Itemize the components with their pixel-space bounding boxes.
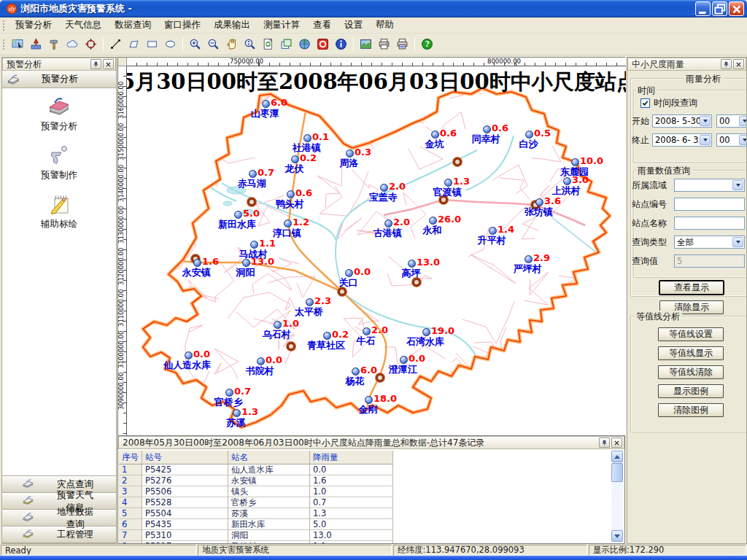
table-row[interactable]: 7P5310洞阳13.0 xyxy=(119,530,624,541)
menu-grip-handle[interactable] xyxy=(2,20,6,31)
close-icon[interactable] xyxy=(733,59,744,69)
menu-item-帮助[interactable]: 帮助 xyxy=(369,18,400,33)
hour-select[interactable]: 00 xyxy=(716,133,747,147)
table-row[interactable]: 8P5317马战村1.1 xyxy=(119,541,624,543)
chevron-down-icon[interactable] xyxy=(732,180,743,190)
table-row[interactable]: 5P5504苏溪1.3 xyxy=(119,508,624,519)
station-name: 金坑 xyxy=(425,138,444,151)
station-name: 官渡镇 xyxy=(433,186,462,199)
menu-item-查看[interactable]: 查看 xyxy=(306,18,338,33)
print-color-icon[interactable] xyxy=(393,35,411,53)
toolbar-grip-handle[interactable] xyxy=(2,39,6,50)
scroll-thumb[interactable] xyxy=(611,463,623,482)
refresh-icon[interactable] xyxy=(259,35,277,53)
field-input-站点编号[interactable] xyxy=(674,198,745,211)
date-select[interactable]: 2008- 6- 3 xyxy=(652,133,712,147)
nav-item-地理数据查询[interactable]: 地理数据查询 xyxy=(2,510,116,526)
button-等值线设置[interactable]: 等值线设置 xyxy=(658,327,724,341)
help-icon[interactable]: ? xyxy=(418,35,436,53)
field-input-站点名称[interactable] xyxy=(674,217,745,230)
cloud-icon[interactable] xyxy=(63,35,82,53)
ellipse-icon[interactable] xyxy=(161,35,179,53)
zoom-out-icon[interactable] xyxy=(204,35,222,53)
hammer-icon[interactable] xyxy=(45,35,63,53)
minimize-button[interactable] xyxy=(695,1,711,16)
column-header-序号[interactable]: 序号 xyxy=(119,451,142,464)
table-row[interactable]: 6P5435新田水库5.0 xyxy=(119,519,624,530)
pin-icon[interactable] xyxy=(90,59,101,69)
field-select-所属流域[interactable] xyxy=(674,179,745,192)
menu-item-窗口操作[interactable]: 窗口操作 xyxy=(158,18,207,33)
book-gray-icon xyxy=(6,478,50,491)
left-tool-预警分析[interactable]: 预警分析 xyxy=(2,94,116,133)
button-查看显示[interactable]: 查看显示 xyxy=(659,281,724,295)
chevron-down-icon[interactable] xyxy=(732,237,743,247)
menu-item-成果输出[interactable]: 成果输出 xyxy=(207,18,257,33)
ruler-label: 3150000.00 xyxy=(117,123,125,160)
field-select-查询类型[interactable]: 全部 xyxy=(674,236,745,249)
scroll-down-icon[interactable] xyxy=(611,530,623,542)
menu-item-天气信息[interactable]: 天气信息 xyxy=(58,18,108,33)
chevron-down-icon[interactable] xyxy=(739,135,747,145)
left-section-header[interactable]: 预警分析 xyxy=(2,71,116,88)
chevron-down-icon[interactable] xyxy=(700,116,711,126)
zoom-extent-icon[interactable] xyxy=(241,35,259,53)
pan-icon[interactable] xyxy=(222,35,241,53)
time-range-checkbox[interactable] xyxy=(640,98,650,108)
left-tool-辅助标绘[interactable]: 辅助标绘 xyxy=(2,192,116,230)
table-cell: 1.1 xyxy=(310,541,393,543)
close-icon[interactable] xyxy=(611,438,622,448)
print-icon[interactable] xyxy=(375,35,393,53)
close-icon[interactable] xyxy=(103,59,114,69)
polygon-icon[interactable] xyxy=(125,35,143,53)
pin-icon[interactable] xyxy=(721,59,732,69)
status-app-name: 地质灾害预警系统 xyxy=(198,545,392,556)
column-header-站号[interactable]: 站号 xyxy=(142,451,228,464)
center-icon[interactable] xyxy=(82,35,100,53)
station-rainfall-value: 0.0 xyxy=(409,353,425,364)
table-row[interactable]: 4P5528官桥乡0.7 xyxy=(119,497,624,508)
layers-icon[interactable] xyxy=(277,35,295,53)
globe-icon[interactable] xyxy=(295,35,314,53)
button-清除图例[interactable]: 清除图例 xyxy=(658,403,724,417)
paint-icon[interactable] xyxy=(27,35,45,53)
table-row[interactable]: 3P5506镇头1.0 xyxy=(119,486,624,497)
menu-item-测量计算[interactable]: 测量计算 xyxy=(257,18,306,33)
map-select-icon[interactable] xyxy=(9,35,27,53)
close-button[interactable] xyxy=(729,1,744,16)
nav-item-工程管理[interactable]: 工程管理 xyxy=(2,526,116,543)
hour-select-value: 00 xyxy=(717,135,739,145)
restore-button[interactable] xyxy=(712,1,727,16)
field-input-查询值[interactable]: 5 xyxy=(674,254,745,268)
hour-select[interactable]: 00 xyxy=(716,114,747,128)
menu-item-数据查询[interactable]: 数据查询 xyxy=(108,18,158,33)
scroll-up-icon[interactable] xyxy=(611,451,623,462)
table-scrollbar[interactable] xyxy=(611,451,623,542)
line-icon[interactable] xyxy=(107,35,125,53)
menu-item-设置[interactable]: 设置 xyxy=(338,18,369,33)
date-select[interactable]: 2008- 5-30 xyxy=(652,114,712,128)
zoom-in-icon[interactable] xyxy=(186,35,204,53)
left-tool-预警制作[interactable]: 预警制作 xyxy=(2,143,116,182)
table-row[interactable]: 1P5425仙人造水库0.0 xyxy=(119,464,624,475)
menu-item-预警分析[interactable]: 预警分析 xyxy=(9,18,58,33)
map-canvas[interactable]: 5月30日00时至2008年06月03日00时中小尺度站点降雨量 山枣潭6.0社… xyxy=(127,66,626,435)
info-icon[interactable] xyxy=(332,35,350,53)
station-name: 龙伏 xyxy=(285,163,303,176)
pin-icon[interactable] xyxy=(599,438,610,448)
legend-icon[interactable] xyxy=(357,35,375,53)
column-header-降雨量[interactable]: 降雨量 xyxy=(310,451,393,464)
button-显示图例[interactable]: 显示图例 xyxy=(658,384,724,398)
chevron-down-icon[interactable] xyxy=(700,135,711,145)
station-rainfall-value: 2.3 xyxy=(314,295,331,306)
station-rainfall-value: 0.7 xyxy=(258,167,274,178)
rectangle-icon[interactable] xyxy=(143,35,161,53)
column-header-站名[interactable]: 站名 xyxy=(228,451,310,464)
stop-icon[interactable] xyxy=(314,35,332,53)
rain-value-query-label: 雨量数值查询 xyxy=(635,165,692,177)
button-等值线清除[interactable]: 等值线清除 xyxy=(658,365,724,379)
table-row[interactable]: 2P5276永安镇1.6 xyxy=(119,475,624,486)
chevron-down-icon[interactable] xyxy=(739,116,747,126)
station-name: 永和 xyxy=(422,224,441,237)
button-等值线显示[interactable]: 等值线显示 xyxy=(658,346,724,360)
